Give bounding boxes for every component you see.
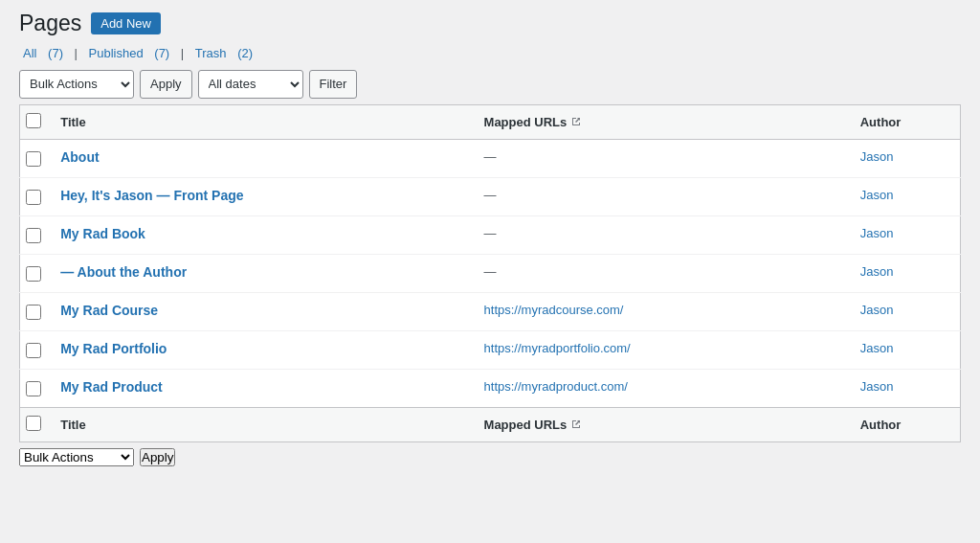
page-title-link[interactable]: My Rad Course (60, 303, 158, 318)
row-checkbox[interactable] (26, 305, 41, 320)
trash-filter-link[interactable]: Trash (2) (191, 46, 256, 60)
author-link[interactable]: Jason (860, 149, 894, 164)
select-all-header (20, 104, 52, 139)
row-author-cell: Jason (851, 215, 961, 254)
author-link[interactable]: Jason (860, 341, 894, 355)
row-title-cell: Hey, It's Jason — Front Page (51, 177, 474, 215)
author-link[interactable]: Jason (860, 188, 894, 202)
row-mapped-url-cell: — (475, 139, 851, 177)
all-filter-link[interactable]: All (7) (19, 46, 67, 60)
apply-button-top[interactable]: Apply (140, 70, 192, 99)
no-url-dash: — (484, 149, 497, 164)
no-url-dash: — (484, 226, 497, 240)
author-link[interactable]: Jason (860, 303, 894, 317)
page-title-link[interactable]: Hey, It's Jason — Front Page (60, 188, 243, 203)
row-checkbox-cell (20, 330, 52, 369)
row-checkbox[interactable] (26, 266, 41, 282)
row-checkbox-cell (20, 177, 52, 215)
select-all-checkbox-footer[interactable] (26, 416, 41, 431)
mapped-urls-column-header[interactable]: Mapped URLs (475, 104, 851, 139)
select-all-checkbox[interactable] (26, 113, 41, 128)
row-checkbox-cell (20, 215, 52, 254)
row-author-cell: Jason (851, 292, 961, 330)
all-dates-select[interactable]: All dates (198, 70, 303, 99)
filter-links: All (7) | Published (7) | Trash (2) (19, 46, 961, 60)
page-title-link[interactable]: My Rad Book (60, 226, 145, 241)
page-title: Pages (19, 10, 81, 38)
bulk-actions-select-top[interactable]: Bulk Actions (19, 70, 134, 99)
mapped-url-link[interactable]: https://myradcourse.com/ (484, 303, 624, 317)
row-mapped-url-cell: https://myradportfolio.com/ (475, 330, 851, 369)
table-row: My Rad Producthttps://myradproduct.com/J… (20, 369, 961, 407)
row-author-cell: Jason (851, 139, 961, 177)
row-author-cell: Jason (851, 254, 961, 292)
no-url-dash: — (484, 188, 497, 202)
row-checkbox-cell (20, 254, 52, 292)
row-mapped-url-cell: https://myradproduct.com/ (475, 369, 851, 407)
select-all-footer (20, 407, 52, 441)
row-title-cell: — About the Author (51, 254, 474, 292)
table-row: — About the Author—Jason (20, 254, 961, 292)
no-url-dash: — (484, 264, 497, 279)
author-link[interactable]: Jason (860, 379, 894, 394)
row-author-cell: Jason (851, 369, 961, 407)
row-checkbox[interactable] (26, 190, 41, 205)
author-link[interactable]: Jason (860, 264, 894, 279)
author-column-header[interactable]: Author (851, 104, 961, 139)
row-mapped-url-cell: — (475, 215, 851, 254)
author-column-footer: Author (851, 407, 961, 441)
row-checkbox-cell (20, 292, 52, 330)
mapped-url-link[interactable]: https://myradproduct.com/ (484, 379, 628, 394)
published-filter-link[interactable]: Published (7) (85, 46, 174, 60)
external-link-icon (570, 116, 582, 127)
author-link[interactable]: Jason (860, 226, 894, 240)
page-title-link[interactable]: My Rad Product (60, 379, 163, 395)
page-title-link[interactable]: — About the Author (60, 264, 187, 280)
row-mapped-url-cell: — (475, 177, 851, 215)
apply-button-bottom[interactable]: Apply (140, 448, 175, 466)
filter-button[interactable]: Filter (309, 70, 358, 99)
row-title-cell: My Rad Course (51, 292, 474, 330)
top-tablenav: Bulk Actions Apply All dates Filter (19, 70, 961, 99)
table-row: My Rad Coursehttps://myradcourse.com/Jas… (20, 292, 961, 330)
row-checkbox[interactable] (26, 151, 41, 167)
row-mapped-url-cell: — (475, 254, 851, 292)
row-author-cell: Jason (851, 177, 961, 215)
row-checkbox-cell (20, 139, 52, 177)
row-title-cell: My Rad Book (51, 215, 474, 254)
row-checkbox[interactable] (26, 381, 41, 396)
page-title-link[interactable]: My Rad Portfolio (60, 341, 167, 356)
external-link-icon-footer (570, 419, 582, 430)
mapped-url-link[interactable]: https://myradportfolio.com/ (484, 341, 631, 355)
table-row: My Rad Portfoliohttps://myradportfolio.c… (20, 330, 961, 369)
row-title-cell: My Rad Product (51, 369, 474, 407)
pages-table: Title Mapped URLs Author (19, 104, 961, 442)
table-row: My Rad Book—Jason (20, 215, 961, 254)
row-checkbox[interactable] (26, 228, 41, 243)
title-column-footer: Title (51, 407, 474, 441)
add-new-button[interactable]: Add New (91, 12, 161, 34)
table-row: About—Jason (20, 139, 961, 177)
mapped-urls-column-footer: Mapped URLs (475, 407, 851, 441)
row-author-cell: Jason (851, 330, 961, 369)
title-column-header[interactable]: Title (51, 104, 474, 139)
page-title-link[interactable]: About (60, 149, 99, 165)
table-row: Hey, It's Jason — Front Page—Jason (20, 177, 961, 215)
row-mapped-url-cell: https://myradcourse.com/ (475, 292, 851, 330)
bottom-tablenav: Bulk Actions Apply (19, 448, 961, 466)
bulk-actions-select-bottom[interactable]: Bulk Actions (19, 448, 134, 466)
row-checkbox-cell (20, 369, 52, 407)
row-title-cell: About (51, 139, 474, 177)
row-checkbox[interactable] (26, 343, 41, 358)
row-title-cell: My Rad Portfolio (51, 330, 474, 369)
